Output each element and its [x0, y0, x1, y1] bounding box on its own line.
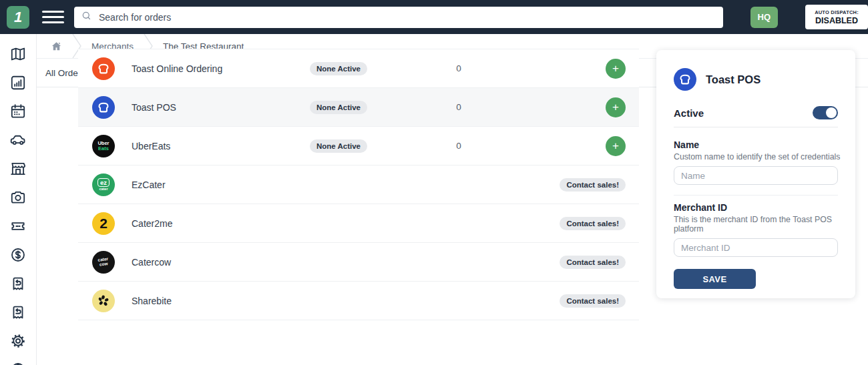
car-icon[interactable] — [9, 125, 27, 154]
calendar-icon[interactable] — [9, 97, 27, 125]
receipt-return-icon-2[interactable] — [9, 298, 27, 326]
store-icon[interactable] — [9, 154, 27, 183]
integration-logo-cell: UberEats — [78, 135, 132, 157]
divider — [674, 195, 838, 196]
ezcater-logo-icon: ezcater — [92, 173, 115, 196]
name-field-desc: Custom name to identify the set of crede… — [674, 152, 838, 161]
auto-dispatch-label: AUTO DISPATCH: — [815, 9, 859, 15]
hq-button[interactable]: HQ — [750, 7, 779, 28]
integration-row-sharebite[interactable]: SharebiteContact sales! — [78, 282, 639, 320]
name-field-label: Name — [674, 139, 838, 150]
add-integration-button[interactable]: + — [606, 59, 626, 79]
panel-title: Toast POS — [706, 73, 761, 86]
auto-dispatch-value: DISABLED — [815, 16, 858, 25]
merchant-id-field: Merchant ID This is the merchant ID from… — [674, 202, 838, 257]
plus-icon: + — [612, 63, 619, 74]
toast-online-ordering-logo-icon — [92, 57, 115, 80]
status-badge: None Active — [310, 139, 367, 153]
contact-sales-badge[interactable]: Contact sales! — [560, 217, 626, 230]
gear-icon[interactable] — [9, 326, 27, 355]
status-badge: None Active — [310, 101, 367, 114]
active-label: Active — [674, 107, 704, 119]
integration-action-cell: + — [525, 59, 639, 79]
contact-sales-badge[interactable]: Contact sales! — [560, 256, 626, 269]
ticket-icon[interactable] — [9, 212, 27, 240]
globe-icon[interactable] — [9, 355, 27, 365]
integration-row-ubereats[interactable]: UberEatsUberEatsNone Active0+ — [78, 127, 639, 165]
dollar-icon[interactable] — [9, 240, 27, 269]
integration-row-toast-pos[interactable]: Toast POSNone Active0+ — [78, 88, 639, 127]
integration-name: Catercow — [132, 257, 285, 268]
cater2me-logo-icon: 2 — [92, 212, 115, 235]
camera-icon[interactable] — [9, 183, 27, 212]
integration-name: EzCater — [132, 179, 285, 190]
search-input[interactable] — [97, 11, 716, 23]
active-row: Active — [674, 106, 838, 119]
name-input[interactable] — [674, 166, 838, 185]
integration-action-cell: Contact sales! — [525, 294, 639, 308]
receipt-return-icon[interactable] — [9, 269, 27, 298]
integration-row-ezcater[interactable]: ezcaterEzCaterContact sales! — [78, 165, 639, 204]
divider — [674, 127, 838, 127]
integration-action-cell: Contact sales! — [525, 217, 639, 230]
catercow-logo-icon: catercow — [92, 251, 115, 274]
integration-badge-cell: None Active — [285, 62, 392, 75]
integration-action-cell: + — [525, 97, 639, 117]
sharebite-logo-icon — [92, 290, 115, 312]
integration-badge-cell: None Active — [285, 101, 392, 114]
integration-action-cell: Contact sales! — [525, 256, 639, 269]
hamburger-menu-icon[interactable] — [42, 11, 64, 24]
toast-pos-logo-icon — [92, 96, 115, 119]
integration-name: Toast Online Ordering — [132, 63, 285, 74]
integration-name: Sharebite — [132, 296, 285, 306]
integration-logo-cell — [78, 290, 132, 312]
integration-row-catercow[interactable]: catercowCatercowContact sales! — [78, 243, 639, 282]
save-button[interactable]: SAVE — [674, 269, 756, 289]
merchant-id-input[interactable] — [674, 238, 838, 257]
merchant-id-field-desc: This is the merchant ID from the Toast P… — [674, 215, 838, 234]
integration-name: Toast POS — [132, 102, 285, 113]
panel-header: Toast POS — [674, 68, 838, 91]
app-logo[interactable]: 1 — [7, 6, 29, 29]
contact-sales-badge[interactable]: Contact sales! — [560, 294, 626, 308]
auto-dispatch-status[interactable]: AUTO DISPATCH: DISABLED — [805, 5, 868, 29]
search-bar[interactable] — [74, 7, 723, 28]
add-integration-button[interactable]: + — [606, 97, 626, 117]
ubereats-logo-icon: UberEats — [92, 135, 115, 157]
integration-name: Cater2me — [132, 218, 285, 229]
top-bar: 1 HQ AUTO DISPATCH: DISABLED — [0, 0, 868, 34]
active-toggle[interactable] — [813, 106, 838, 119]
integration-detail-panel: Toast POS Active Name Custom name to ide… — [656, 50, 855, 298]
plus-icon: + — [612, 101, 619, 113]
integration-count: 0 — [392, 141, 525, 151]
integration-action-cell: Contact sales! — [525, 178, 639, 192]
integration-row-cater2me[interactable]: 2Cater2meContact sales! — [78, 204, 639, 243]
add-integration-button[interactable]: + — [606, 136, 626, 156]
contact-sales-badge[interactable]: Contact sales! — [560, 178, 626, 192]
integration-logo-cell — [78, 96, 132, 119]
integration-logo-cell: ezcater — [78, 173, 132, 196]
plus-icon: + — [612, 140, 619, 151]
name-field: Name Custom name to identify the set of … — [674, 139, 838, 185]
integration-count: 0 — [392, 102, 525, 112]
integration-count: 0 — [392, 63, 525, 73]
bar-chart-icon[interactable] — [9, 68, 27, 97]
integration-name: UberEats — [132, 141, 285, 151]
toast-pos-logo — [674, 68, 696, 91]
integration-logo-cell — [78, 57, 132, 80]
integration-logo-cell: catercow — [78, 251, 132, 274]
search-icon — [81, 10, 92, 24]
integration-row-toast-online-ordering[interactable]: Toast Online OrderingNone Active0+ — [78, 49, 639, 88]
home-icon[interactable] — [51, 41, 62, 52]
map-icon[interactable] — [9, 39, 27, 68]
main-content: Merchants The Test Restaurant All Orders… — [37, 34, 868, 365]
toggle-knob — [826, 107, 837, 118]
integrations-list: Toast Online OrderingNone Active0+Toast … — [78, 49, 639, 320]
integration-logo-cell: 2 — [78, 212, 132, 235]
status-badge: None Active — [310, 62, 367, 75]
integration-action-cell: + — [525, 136, 639, 156]
merchant-id-field-label: Merchant ID — [674, 202, 838, 213]
integration-badge-cell: None Active — [285, 139, 392, 153]
app-logo-glyph: 1 — [14, 9, 22, 26]
sidebar — [0, 34, 37, 365]
